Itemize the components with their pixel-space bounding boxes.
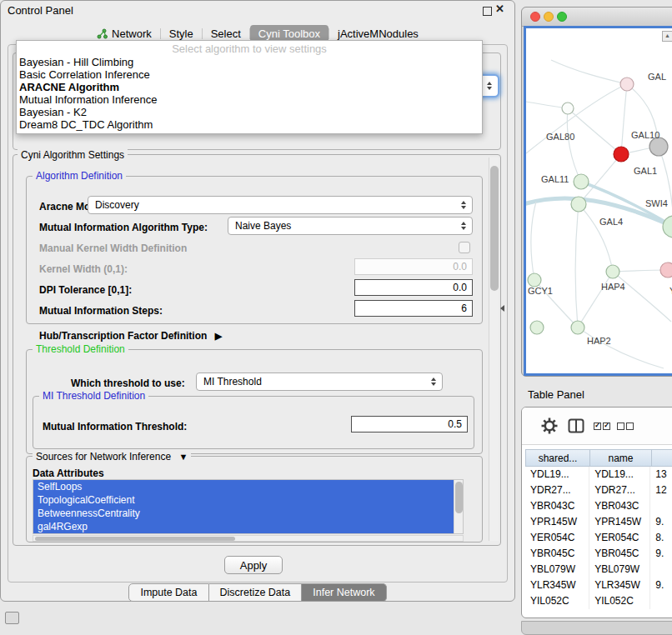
apply-button[interactable]: Apply	[224, 556, 283, 574]
table-row[interactable]: YDL19...YDL19...13	[525, 467, 672, 482]
network-view-window: GAL80GAL10GAL11GAL1SWI4GAL4GCY1HAP4HAP2G…	[521, 7, 672, 377]
table-cell: YBR043C	[525, 498, 589, 514]
table-row[interactable]: YLR345WYLR345W9.	[525, 578, 672, 593]
selected-value: MI Threshold	[203, 376, 431, 388]
table-settings-button[interactable]	[540, 417, 559, 435]
float-window-icon[interactable]	[483, 7, 492, 16]
algorithm-menu-list: Bayesian - Hill ClimbingBasic Correlatio…	[17, 56, 482, 131]
algorithm-menu-item[interactable]: ARACNE Algorithm	[17, 81, 482, 93]
group-title: Threshold Definition	[33, 343, 128, 355]
which-threshold-select[interactable]: MI Threshold	[196, 372, 443, 391]
panel-resize-arrow[interactable]	[500, 305, 504, 312]
network-node[interactable]	[530, 321, 544, 334]
data-attribute-item[interactable]: TopologicalCoefficient	[33, 493, 463, 507]
node-label: GAL10	[631, 130, 659, 140]
close-window-icon[interactable]: ✕	[495, 2, 504, 15]
mi-steps-field[interactable]	[354, 300, 473, 317]
attributes-list-scrollbar[interactable]	[454, 480, 463, 533]
deselect-all-button[interactable]	[617, 422, 634, 430]
dock-panel-icon[interactable]	[5, 612, 19, 624]
data-attribute-item[interactable]: SelfLoops	[33, 480, 463, 493]
table-cell: YBL079W	[525, 562, 589, 578]
scrollbar-thumb[interactable]	[35, 537, 235, 541]
group-title: MI Threshold Definition	[39, 390, 148, 402]
tab-label: Select	[211, 28, 241, 40]
sources-title: Sources for Network Inference	[36, 451, 171, 462]
column-header-name[interactable]: name	[590, 449, 652, 467]
tab-label: Network	[112, 28, 152, 40]
network-node[interactable]	[620, 78, 634, 91]
network-node[interactable]	[574, 174, 589, 189]
table-body: YDL19...YDL19...13YDR27...YDR27...12YBR0…	[525, 467, 672, 609]
zoom-traffic-light[interactable]	[557, 12, 567, 22]
column-header-partial[interactable]	[652, 449, 672, 467]
algorithm-menu-item[interactable]: Dream8 DC_TDC Algorithm	[17, 118, 482, 131]
network-node[interactable]	[614, 147, 629, 162]
table-row[interactable]: YBL079WYBL079W	[525, 562, 672, 578]
tab-impute-data[interactable]: Impute Data	[128, 583, 208, 602]
minimize-traffic-light[interactable]	[544, 12, 554, 22]
aracne-mode-select[interactable]: Discovery	[88, 196, 473, 214]
mi-steps-label: Mutual Information Steps:	[39, 305, 163, 317]
table-cell	[650, 593, 672, 609]
table-cell: YER054C	[525, 530, 589, 546]
scrollbar-thumb[interactable]	[490, 166, 499, 291]
attributes-list-hscrollbar[interactable]	[33, 535, 464, 542]
network-node[interactable]	[528, 273, 541, 287]
tab-infer-network[interactable]: Infer Network	[302, 583, 386, 602]
table-panel-window: ✓ ✓ shared... name YDL19...YDL19...13YDR…	[521, 407, 672, 618]
network-node[interactable]	[571, 197, 586, 212]
table-row[interactable]: YDR27...YDR27...12	[525, 482, 672, 498]
dpi-tolerance-field[interactable]	[354, 279, 473, 296]
close-traffic-light[interactable]	[530, 12, 540, 22]
manual-kernel-width-checkbox[interactable]	[459, 242, 470, 253]
column-header-shared-name[interactable]: shared...	[525, 449, 590, 467]
table-row[interactable]: YBR045CYBR045C9.	[525, 546, 672, 562]
mi-threshold-field[interactable]	[351, 416, 468, 432]
network-node[interactable]	[562, 102, 574, 114]
tab-label: Impute Data	[140, 587, 197, 598]
network-node[interactable]	[649, 138, 668, 156]
table-row[interactable]: YBR043CYBR043C	[525, 498, 672, 514]
table-cell: 13	[650, 467, 672, 482]
network-node[interactable]	[660, 262, 672, 278]
table-cell: YIL052C	[525, 593, 589, 609]
table-row[interactable]: YPR145WYPR145W9.	[525, 514, 672, 530]
which-threshold-label: Which threshold to use:	[71, 378, 185, 389]
table-row[interactable]: YIL052CYIL052C	[525, 593, 672, 609]
canvas-corner-button[interactable]: ▲	[662, 31, 672, 42]
tab-discretize-data[interactable]: Discretize Data	[209, 583, 303, 602]
settings-scrollbar[interactable]	[489, 158, 499, 541]
table-row[interactable]: YER054CYER054C8.	[525, 530, 672, 546]
algorithm-menu-item[interactable]: Bayesian - K2	[17, 106, 482, 118]
algorithm-menu-item[interactable]: Mutual Information Inference	[17, 93, 482, 106]
select-all-button[interactable]: ✓ ✓	[594, 422, 610, 430]
combo-arrows-icon	[431, 378, 442, 386]
network-window-titlebar[interactable]	[522, 8, 672, 27]
network-canvas[interactable]: GAL80GAL10GAL11GAL1SWI4GAL4GCY1HAP4HAP2G…	[524, 26, 672, 376]
network-node[interactable]	[606, 265, 619, 278]
selected-value: Naive Bayes	[235, 220, 461, 232]
sources-toggle[interactable]: Sources for Network Inference ▼	[33, 451, 191, 462]
network-node[interactable]	[663, 216, 672, 238]
scrollbar-thumb[interactable]	[455, 482, 463, 513]
kernel-width-field[interactable]	[354, 258, 473, 275]
data-attributes-list[interactable]: SelfLoopsTopologicalCoefficientBetweenne…	[33, 479, 464, 534]
hub-definition-toggle[interactable]: Hub/Transcription Factor Definition ▶	[39, 330, 222, 342]
mi-algorithm-type-label: Mutual Information Algorithm Type:	[39, 222, 208, 233]
network-edge	[578, 328, 664, 368]
node-label: GAL	[648, 72, 666, 82]
network-node[interactable]	[571, 321, 584, 334]
table-cell: YDR27...	[589, 482, 650, 498]
data-attribute-item[interactable]: BetweennessCentrality	[33, 507, 463, 520]
tab-label: Cyni Toolbox	[258, 28, 320, 40]
algorithm-menu-item[interactable]: Basic Correlation Inference	[17, 68, 482, 81]
table-cell: 9.	[650, 514, 672, 530]
selected-value: Discovery	[95, 199, 461, 211]
algorithm-menu-item[interactable]: Bayesian - Hill Climbing	[17, 56, 482, 68]
scroll-up-icon: ▲	[664, 32, 670, 38]
table-cell: YLR345W	[525, 578, 589, 593]
mi-algorithm-type-select[interactable]: Naive Bayes	[228, 217, 473, 235]
data-attribute-item[interactable]: gal4RGexp	[33, 520, 463, 533]
select-columns-button[interactable]	[568, 418, 584, 433]
